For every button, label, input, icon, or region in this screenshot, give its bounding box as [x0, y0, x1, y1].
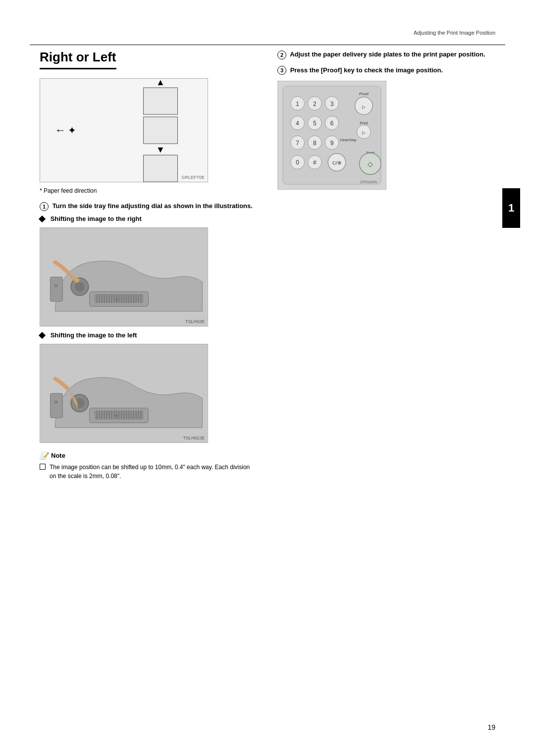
shift-left-svg: ← ⊟ [40, 344, 208, 442]
page-container: Adjusting the Print Image Position 1 Rig… [0, 0, 535, 756]
svg-text:7: 7 [296, 140, 299, 147]
svg-text:4: 4 [296, 120, 299, 127]
note-text: The image position can be shifted up to … [50, 463, 258, 481]
note-section: 📝 Note The image position can be shifted… [40, 452, 258, 481]
star-symbol: ✦ [68, 124, 76, 136]
keypad-illustration: 1 2 3 4 5 6 7 [277, 81, 386, 190]
step3-label: Press the [Proof] key to check the image… [290, 66, 443, 74]
arrow-indicator: ← ✦ [55, 124, 76, 137]
right-column: 2 Adjust the paper delivery side plates … [277, 50, 495, 481]
chapter-tab: 1 [502, 188, 520, 228]
svg-text:#: # [313, 160, 317, 166]
shift-left-label: Shifting the image to the left [51, 331, 137, 339]
svg-text:◇: ◇ [368, 161, 373, 168]
svg-text:ZFRS300N: ZFRS300N [360, 180, 377, 184]
step3-text: 3 Press the [Proof] key to check the ima… [277, 65, 495, 75]
paper-feed-diagram: ← ✦ ▲ ▼ GRLEFT0E [40, 78, 208, 182]
shift-right-svg: → ⊟ [40, 228, 208, 326]
keypad-svg: 1 2 3 4 5 6 7 [278, 81, 386, 189]
shift-left-illustration: ← ⊟ TSLH02JE [40, 344, 208, 443]
svg-rect-52 [51, 393, 63, 418]
step3-circle: 3 [277, 66, 286, 75]
shift-right-illustration: → ⊟ TSLH02E [40, 227, 208, 326]
svg-text:6: 6 [330, 120, 334, 127]
top-rule [30, 45, 505, 45]
svg-text:2: 2 [313, 101, 317, 108]
svg-text:8: 8 [313, 140, 317, 147]
shift-right-header: Shifting the image to the right [40, 215, 258, 222]
step2-circle: 2 [277, 51, 286, 59]
header-title: Adjusting the Print Image Position [414, 30, 495, 36]
note-header: 📝 Note [40, 452, 258, 460]
diagram-label: GRLEFT0E [181, 175, 205, 180]
svg-text:3: 3 [330, 101, 334, 108]
two-column-layout: Right or Left ← ✦ ▲ [40, 50, 495, 481]
chapter-number: 1 [508, 202, 514, 215]
svg-point-24 [75, 281, 85, 291]
paper-sheets-stack: ▲ ▼ [143, 78, 178, 183]
diamond-icon-right [39, 216, 46, 222]
step1-text: 1 Turn the side tray fine adjusting dial… [40, 201, 258, 211]
svg-text:▷: ▷ [362, 130, 366, 135]
svg-text:⊟: ⊟ [54, 283, 58, 287]
svg-text:⊟: ⊟ [54, 399, 58, 404]
note-item: The image position can be shifted up to … [40, 463, 258, 481]
diagram-inner: ← ✦ ▲ ▼ GRLEFT0E [40, 79, 208, 182]
paper-feed-note: * Paper feed direction [40, 187, 258, 194]
arrow-down-icon: ▼ [156, 145, 165, 154]
note-icon: 📝 [40, 452, 48, 460]
section-title: Right or Left [40, 50, 116, 69]
step1-circle: 1 [40, 202, 49, 211]
svg-text:C/⊕: C/⊕ [332, 161, 341, 166]
svg-text:▷: ▷ [362, 105, 366, 109]
page-number: 19 [487, 723, 495, 731]
arrow-up-icon: ▲ [156, 78, 165, 87]
svg-text:Clear/Stop: Clear/Stop [340, 138, 356, 142]
left-arrow-icon: ← [55, 124, 66, 137]
svg-text:5: 5 [313, 120, 317, 127]
paper-sheet-middle [143, 117, 178, 144]
paper-sheet-bottom [143, 155, 178, 182]
svg-text:9: 9 [330, 140, 334, 147]
svg-text:←: ← [114, 412, 119, 418]
shift-left-header: Shifting the image to the left [40, 331, 258, 339]
step2-label: Adjust the paper delivery side plates to… [290, 51, 485, 58]
step1-label: Turn the side tray fine adjusting dial a… [53, 202, 253, 210]
note-checkbox-icon [40, 464, 46, 470]
shift-right-img-label: TSLH02E [185, 319, 205, 324]
svg-text:→: → [114, 296, 119, 301]
shift-left-img-label: TSLH02JE [183, 435, 205, 440]
note-title: Note [51, 452, 65, 459]
paper-sheet-top [143, 88, 178, 115]
svg-text:Proof: Proof [359, 92, 369, 96]
svg-text:0: 0 [296, 160, 299, 166]
shift-right-label: Shifting the image to the right [51, 215, 142, 222]
diamond-icon-left [39, 332, 46, 339]
main-content: Right or Left ← ✦ ▲ [40, 50, 495, 481]
step2-text: 2 Adjust the paper delivery side plates … [277, 50, 495, 59]
svg-rect-25 [51, 277, 63, 302]
svg-text:1: 1 [296, 101, 299, 108]
page-header: Adjusting the Print Image Position [414, 30, 495, 36]
left-column: Right or Left ← ✦ ▲ [40, 50, 258, 481]
